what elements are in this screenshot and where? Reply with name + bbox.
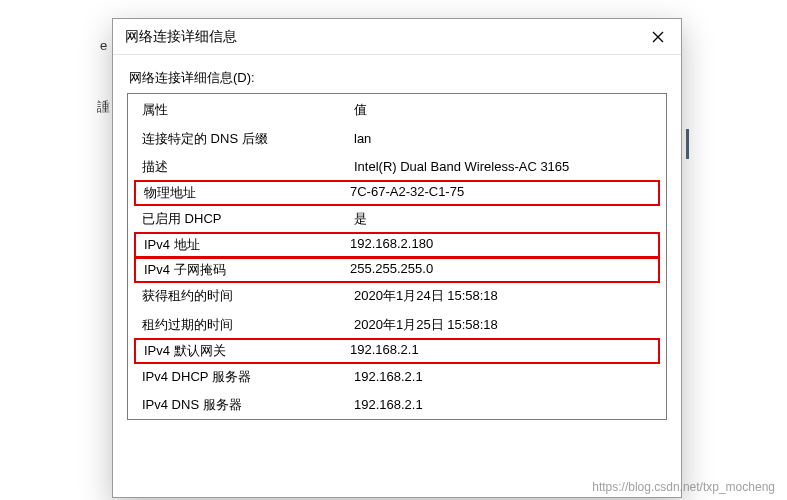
properties-panel: 属性 值 连接特定的 DNS 后缀lan描述Intel(R) Dual Band… <box>127 93 667 420</box>
property-name: 已启用 DHCP <box>142 209 354 229</box>
dialog-body: 网络连接详细信息(D): 属性 值 连接特定的 DNS 后缀lan描述Intel… <box>113 55 681 420</box>
backdrop-text: e <box>100 38 107 53</box>
property-name: IPv4 默认网关 <box>144 342 350 360</box>
property-name: IPv4 DNS 服务器 <box>142 395 354 415</box>
property-name: 租约过期的时间 <box>142 315 354 335</box>
table-row-highlighted[interactable]: IPv4 默认网关192.168.2.1 <box>134 338 660 364</box>
title-bar: 网络连接详细信息 <box>113 19 681 55</box>
backdrop-text-2: 諥 <box>97 98 110 116</box>
property-value: 2020年1月24日 15:58:18 <box>354 286 656 306</box>
property-value: 192.168.2.1 <box>354 395 656 415</box>
property-value: Intel(R) Dual Band Wireless-AC 3165 <box>354 157 656 177</box>
property-value: 7C-67-A2-32-C1-75 <box>350 184 654 202</box>
close-icon <box>652 31 664 43</box>
header-value: 值 <box>354 101 656 119</box>
table-row[interactable]: 已启用 DHCP是 <box>128 205 666 233</box>
properties-rows: 连接特定的 DNS 后缀lan描述Intel(R) Dual Band Wire… <box>128 125 666 419</box>
properties-header: 属性 值 <box>128 95 666 125</box>
property-name: 描述 <box>142 157 354 177</box>
right-edge-decoration <box>686 129 689 159</box>
property-value: 255.255.255.0 <box>350 261 654 279</box>
dialog-title: 网络连接详细信息 <box>125 28 237 46</box>
table-row[interactable]: IPv4 DNS 服务器192.168.2.1 <box>128 391 666 419</box>
network-details-dialog: 网络连接详细信息 网络连接详细信息(D): 属性 值 连接特定的 DNS 后缀l… <box>112 18 682 498</box>
table-row[interactable]: 描述Intel(R) Dual Band Wireless-AC 3165 <box>128 153 666 181</box>
table-row-highlighted[interactable]: 物理地址7C-67-A2-32-C1-75 <box>134 180 660 206</box>
table-row[interactable]: 租约过期的时间2020年1月25日 15:58:18 <box>128 311 666 339</box>
table-row[interactable]: IPv4 DHCP 服务器192.168.2.1 <box>128 363 666 391</box>
property-name: IPv4 地址 <box>144 236 350 254</box>
property-value: lan <box>354 129 656 149</box>
close-button[interactable] <box>635 19 681 55</box>
table-row-highlighted[interactable]: IPv4 地址192.168.2.180 <box>134 232 660 258</box>
property-value: 192.168.2.180 <box>350 236 654 254</box>
property-value: 192.168.2.1 <box>350 342 654 360</box>
property-name: 物理地址 <box>144 184 350 202</box>
table-row-highlighted[interactable]: IPv4 子网掩码255.255.255.0 <box>134 257 660 283</box>
table-row[interactable]: 连接特定的 DNS 后缀lan <box>128 125 666 153</box>
property-name: IPv4 子网掩码 <box>144 261 350 279</box>
property-name: 连接特定的 DNS 后缀 <box>142 129 354 149</box>
property-name: 获得租约的时间 <box>142 286 354 306</box>
section-label: 网络连接详细信息(D): <box>129 69 667 87</box>
property-value: 192.168.2.1 <box>354 367 656 387</box>
header-property: 属性 <box>142 101 354 119</box>
watermark: https://blog.csdn.net/txp_mocheng <box>592 480 775 494</box>
property-value: 2020年1月25日 15:58:18 <box>354 315 656 335</box>
property-name: IPv4 DHCP 服务器 <box>142 367 354 387</box>
property-value: 是 <box>354 209 656 229</box>
table-row[interactable]: 获得租约的时间2020年1月24日 15:58:18 <box>128 282 666 310</box>
